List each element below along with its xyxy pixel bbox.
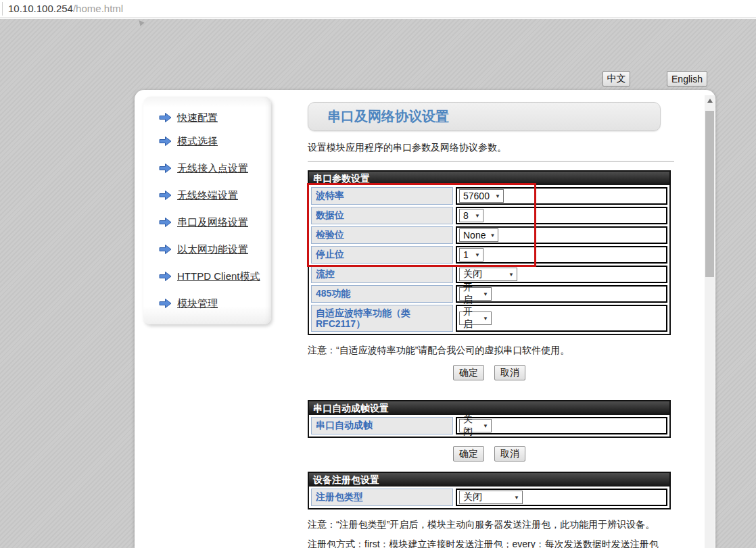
sidebar-item-httpd-client[interactable]: HTTPD Client模式 <box>159 270 271 283</box>
right-arrow-icon <box>159 244 172 255</box>
table-row-auto-framing: 串口自动成帧 关闭▼ <box>311 417 667 434</box>
adaptive-baud-select[interactable]: 开启▼ <box>459 312 492 325</box>
scroll-up-icon <box>707 99 713 103</box>
parity-select[interactable]: None▼ <box>459 228 498 242</box>
rs485-select[interactable]: 开启▼ <box>459 287 492 301</box>
table-header: 设备注册包设置 <box>309 473 669 487</box>
right-arrow-icon <box>159 112 172 123</box>
cancel-button[interactable]: 取消 <box>494 446 525 462</box>
dropdown-arrow-icon: ▼ <box>514 495 519 501</box>
row-label: 波特率 <box>311 187 453 205</box>
serial-params-table: 串口参数设置 波特率 57600▼ 数据位 8▼ 检验位 None▼ 停止位 1… <box>308 170 671 335</box>
row-label: 停止位 <box>311 246 453 264</box>
dropdown-arrow-icon: ▼ <box>483 291 488 297</box>
baud-rate-select[interactable]: 57600▼ <box>459 189 504 203</box>
row-label: 串口自动成帧 <box>311 417 453 434</box>
data-bits-select[interactable]: 8▼ <box>459 209 483 222</box>
sidebar-item-label[interactable]: 模式选择 <box>177 135 218 148</box>
row-label: 注册包类型 <box>311 489 453 506</box>
url-path: /home.html <box>73 3 123 14</box>
sidebar-item-label[interactable]: 快速配置 <box>177 111 218 124</box>
right-arrow-icon <box>159 190 172 201</box>
row-label: 自适应波特率功能（类RFC2117） <box>311 305 453 332</box>
row-value-cell: 关闭▼ <box>456 489 667 506</box>
flow-control-select[interactable]: 关闭▼ <box>459 268 517 281</box>
table-row-parity: 检验位 None▼ <box>311 226 667 244</box>
scrollbar-up-button[interactable] <box>705 95 715 105</box>
dropdown-arrow-icon: ▼ <box>475 252 480 258</box>
sidebar-item-uart-network[interactable]: 串口及网络设置 <box>159 216 271 229</box>
sidebar-item-sta-settings[interactable]: 无线终端设置 <box>159 189 271 202</box>
sidebar-item-label[interactable]: 串口及网络设置 <box>177 216 248 229</box>
row-label: 485功能 <box>311 285 453 303</box>
main-content: 串口及网络协议设置 设置模块应用程序的串口参数及网络协议参数。 串口参数设置 波… <box>308 102 671 548</box>
row-value-cell: 关闭▼ <box>456 417 667 434</box>
table-row-register-type: 注册包类型 关闭▼ <box>311 489 667 506</box>
sidebar-item-module-management[interactable]: 模块管理 <box>159 297 271 310</box>
sidebar-item-mode-select[interactable]: 模式选择 <box>159 134 271 148</box>
address-bar-divider <box>2 2 3 16</box>
row-value-cell: None▼ <box>456 226 667 244</box>
row-value-cell: 1▼ <box>456 246 667 264</box>
table-row-data-bits: 数据位 8▼ <box>311 207 667 224</box>
dropdown-arrow-icon: ▼ <box>483 423 488 429</box>
page-title: 串口及网络协议设置 <box>308 102 661 131</box>
row-value-cell: 开启▼ <box>456 305 667 332</box>
language-chinese-button[interactable]: 中文 <box>603 71 630 86</box>
table-row-stop-bits: 停止位 1▼ <box>311 246 667 264</box>
auto-framing-actions: 确定 取消 <box>308 446 671 462</box>
right-arrow-icon <box>159 271 172 282</box>
row-value-cell: 开启▼ <box>456 285 667 303</box>
sidebar-item-label[interactable]: 以太网功能设置 <box>177 243 248 256</box>
table-row-485-function: 485功能 开启▼ <box>311 285 667 303</box>
stop-bits-select[interactable]: 1▼ <box>459 248 483 261</box>
right-arrow-icon <box>159 163 172 174</box>
table-row-baud-rate: 波特率 57600▼ <box>311 187 667 205</box>
table-row-adaptive-baud: 自适应波特率功能（类RFC2117） 开启▼ <box>311 305 667 332</box>
table-row-flow-control: 流控 关闭▼ <box>311 266 667 283</box>
sidebar-item-label[interactable]: 模块管理 <box>177 297 218 310</box>
row-value-cell: 关闭▼ <box>456 266 667 283</box>
browser-address-bar: 10.10.100.254/home.html <box>0 0 756 18</box>
row-label: 数据位 <box>311 207 453 224</box>
language-english-button[interactable]: English <box>667 71 707 86</box>
note-register-packet: 注意：“注册包类型”开启后，模块主动向服务器发送注册包，此功能用于辨识设备。 <box>308 519 671 531</box>
sidebar-item-label[interactable]: HTTPD Client模式 <box>177 270 260 283</box>
dropdown-arrow-icon: ▼ <box>475 213 480 219</box>
right-arrow-icon <box>159 217 172 228</box>
register-type-select[interactable]: 关闭▼ <box>459 491 523 504</box>
row-label: 流控 <box>311 266 453 283</box>
sidebar-item-quick-config[interactable]: 快速配置 <box>159 111 271 124</box>
serial-params-actions: 确定 取消 <box>308 365 671 380</box>
dropdown-arrow-icon: ▼ <box>490 232 495 239</box>
right-arrow-icon <box>159 136 172 147</box>
sidebar-item-label[interactable]: 无线终端设置 <box>177 189 238 202</box>
table-header: 串口参数设置 <box>309 172 669 185</box>
note-adaptive-baud: 注意：“自适应波特率功能”请配合我公司的虚拟串口软件使用。 <box>308 345 671 357</box>
row-value-cell: 57600▼ <box>456 187 667 205</box>
dropdown-arrow-icon: ▼ <box>495 193 500 199</box>
scrollbar-thumb[interactable] <box>705 111 714 277</box>
dropdown-arrow-icon: ▼ <box>509 272 514 278</box>
ok-button[interactable]: 确定 <box>453 365 484 380</box>
sidebar-menu: 快速配置 模式选择 无线接入点设置 无线终端设置 串口及网络设置 以太网功能设置… <box>143 97 271 324</box>
table-header: 串口自动成帧设置 <box>309 401 669 415</box>
auto-framing-select[interactable]: 关闭▼ <box>459 419 492 432</box>
auto-framing-table: 串口自动成帧设置 串口自动成帧 关闭▼ <box>308 400 671 438</box>
page-url[interactable]: 10.10.100.254/home.html <box>8 3 123 14</box>
register-packet-table: 设备注册包设置 注册包类型 关闭▼ <box>308 472 671 509</box>
dropdown-arrow-icon: ▼ <box>483 316 488 322</box>
ok-button[interactable]: 确定 <box>453 446 484 462</box>
url-host: 10.10.100.254 <box>8 3 73 14</box>
section-divider <box>308 161 674 161</box>
cancel-button[interactable]: 取消 <box>494 365 525 380</box>
sidebar-item-ap-settings[interactable]: 无线接入点设置 <box>159 161 271 175</box>
sidebar-item-label[interactable]: 无线接入点设置 <box>177 162 248 175</box>
page-description: 设置模块应用程序的串口参数及网络协议参数。 <box>308 142 671 154</box>
row-label: 检验位 <box>311 226 453 244</box>
note-register-mode: 注册包方式：first：模块建立连接时发送注册包；every：每次发送数据时发送… <box>308 539 671 548</box>
sidebar-item-ethernet[interactable]: 以太网功能设置 <box>159 243 271 256</box>
row-value-cell: 8▼ <box>456 207 667 224</box>
right-arrow-icon <box>159 298 172 309</box>
